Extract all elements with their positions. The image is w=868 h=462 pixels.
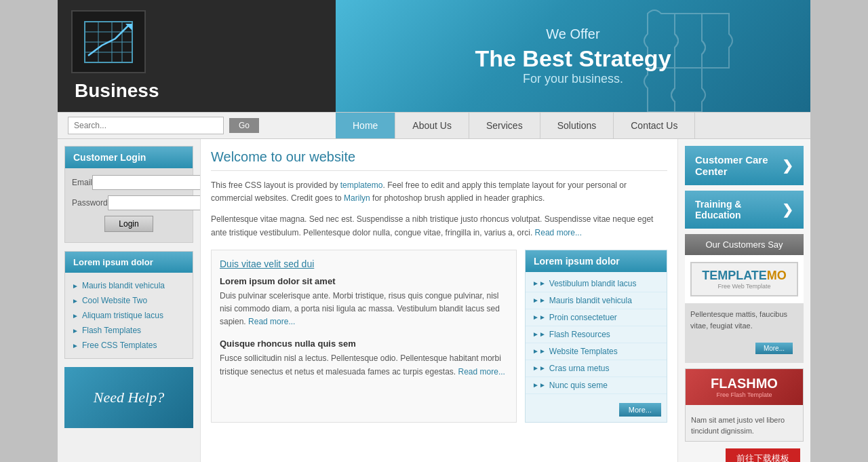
templatemo-logo: TEMPLATEMO Free Web Template bbox=[690, 262, 798, 296]
col-right-more-btn[interactable]: More... bbox=[619, 403, 661, 417]
customer-care-box[interactable]: Customer Care Center ❯ bbox=[685, 146, 804, 185]
col-left-sub1: Lorem ipsum dolor sit amet bbox=[220, 276, 508, 286]
nav-links: Home About Us Services Solutions Contact… bbox=[336, 113, 810, 138]
nav-about[interactable]: About Us bbox=[395, 113, 469, 138]
col-right-title: Lorem ipsum dolor bbox=[526, 250, 667, 272]
login-box: Customer Login Email Password Login bbox=[64, 146, 193, 243]
sidebar-links-list: ►Mauris blandit vehicula ►Cool Website T… bbox=[65, 273, 193, 358]
email-label: Email bbox=[72, 178, 92, 187]
flashmo-section: FLASHMO Free Flash Template Nam sit amet… bbox=[685, 368, 804, 442]
banner-text: We Offer The Best Strategy For your busi… bbox=[475, 26, 671, 86]
col-right-arrow-0: ►► bbox=[532, 280, 546, 287]
customer-care-chevron-icon: ❯ bbox=[782, 157, 793, 174]
intro-text-start: This free CSS layout is provided by bbox=[211, 180, 340, 190]
col-left-sub2: Quisque rhoncus nulla quis sem bbox=[220, 339, 508, 349]
col-right-arrow-3: ►► bbox=[532, 330, 546, 338]
logo-area: Business bbox=[58, 0, 336, 112]
customers-say-title: Our Customers Say bbox=[685, 234, 804, 255]
customers-say-section: Our Customers Say TEMPLATEMO Free Web Te… bbox=[685, 234, 804, 363]
col-right-arrow-6: ►► bbox=[532, 381, 546, 389]
banner-offer: We Offer bbox=[475, 26, 671, 42]
two-col-section: Duis vitae velit sed dui Lorem ipsum dol… bbox=[211, 250, 667, 423]
sidebar-link-4[interactable]: ►Free CSS Templates bbox=[72, 338, 186, 353]
col-right-arrow-1: ►► bbox=[532, 296, 546, 304]
logo-image bbox=[71, 10, 146, 73]
col-right-item-1[interactable]: ►►Mauris blandit vehicula bbox=[526, 292, 667, 309]
arrow-icon-0: ► bbox=[72, 282, 79, 290]
templatemo-text: TEMPLATEMO bbox=[702, 269, 787, 283]
training-box[interactable]: Training & Education ❯ bbox=[685, 191, 804, 229]
login-button[interactable]: Login bbox=[104, 216, 153, 232]
col-left-title[interactable]: Duis vitae velit sed dui bbox=[220, 258, 314, 269]
more-button-1[interactable]: More... bbox=[755, 343, 793, 354]
sidebar-link-0[interactable]: ►Mauris blandit vehicula bbox=[72, 278, 186, 293]
flashmo-sub-text: Free Flash Template bbox=[717, 391, 772, 398]
left-sidebar: Customer Login Email Password Login Lore… bbox=[58, 139, 200, 462]
need-help-box: Need Help? bbox=[64, 367, 193, 428]
col-left-read-more-2[interactable]: Read more... bbox=[458, 367, 505, 377]
nav-solutions[interactable]: Solutions bbox=[540, 113, 614, 138]
arrow-icon-3: ► bbox=[72, 327, 79, 334]
sidebar-links-box: Lorem ipsum dolor ►Mauris blandit vehicu… bbox=[64, 251, 193, 359]
email-input[interactable] bbox=[92, 175, 215, 190]
email-row: Email bbox=[72, 175, 186, 190]
col-right-item-4[interactable]: ►►Website Templates bbox=[526, 343, 667, 360]
training-chevron-icon: ❯ bbox=[782, 201, 793, 218]
arrow-icon-1: ► bbox=[72, 297, 79, 305]
arrow-icon-4: ► bbox=[72, 342, 79, 349]
intro-paragraph: This free CSS layout is provided by temp… bbox=[211, 179, 667, 205]
templatemo-link[interactable]: templatemo bbox=[340, 180, 383, 190]
banner-strategy: The Best Strategy bbox=[475, 45, 671, 72]
sidebar-link-3[interactable]: ►Flash Templates bbox=[72, 323, 186, 338]
banner: We Offer The Best Strategy For your busi… bbox=[336, 0, 810, 112]
flashmo-logo-box: FLASHMO Free Flash Template bbox=[686, 369, 803, 405]
col-left-text2: Fusce sollicitudin nisl a lectus. Pellen… bbox=[220, 352, 508, 378]
template-logo-box: TEMPLATEMO Free Web Template bbox=[685, 255, 804, 303]
right-sidebar: Customer Care Center ❯ Training & Educat… bbox=[678, 139, 810, 462]
col-right-list: ►►Vestibulum blandit lacus ►►Mauris blan… bbox=[526, 272, 667, 398]
nav-home[interactable]: Home bbox=[336, 113, 395, 138]
need-help-text: Need Help? bbox=[94, 389, 164, 406]
login-title: Customer Login bbox=[65, 147, 193, 168]
banner-sub: For your business. bbox=[475, 72, 671, 86]
search-area: Go bbox=[58, 113, 336, 138]
customer-care-text: Customer Care Center bbox=[695, 154, 782, 177]
sidebar-link-2[interactable]: ►Aliquam tristique lacus bbox=[72, 308, 186, 323]
col-right-item-2[interactable]: ►►Proin consectetuer bbox=[526, 309, 667, 326]
sidebar-link-1[interactable]: ►Cool Website Two bbox=[72, 293, 186, 308]
col-right-item-3[interactable]: ►►Flash Resources bbox=[526, 326, 667, 343]
flash-quote: Nam sit amet justo vel libero tincidunt … bbox=[686, 410, 803, 441]
body-paragraph: Pellentesque vitae magna. Sed nec est. S… bbox=[211, 213, 667, 239]
col-left-text1: Duis pulvinar scelerisque ante. Morbi tr… bbox=[220, 290, 508, 329]
read-more-link-1[interactable]: Read more... bbox=[535, 228, 582, 237]
templatemo-sub-text: Free Web Template bbox=[702, 283, 787, 290]
main-content: Welcome to our website This free CSS lay… bbox=[200, 139, 678, 462]
training-text: Training & Education bbox=[695, 199, 782, 220]
marilyn-link[interactable]: Marilyn bbox=[344, 193, 370, 203]
logo-text: Business bbox=[71, 80, 159, 102]
col-left: Duis vitae velit sed dui Lorem ipsum dol… bbox=[211, 250, 517, 423]
nav-bar: Go Home About Us Services Solutions Cont… bbox=[58, 112, 810, 139]
password-row: Password bbox=[72, 195, 186, 210]
col-right: Lorem ipsum dolor ►►Vestibulum blandit l… bbox=[525, 250, 667, 423]
col-right-item-0[interactable]: ►►Vestibulum blandit lacus bbox=[526, 275, 667, 292]
search-input[interactable] bbox=[68, 117, 224, 134]
nav-services[interactable]: Services bbox=[469, 113, 540, 138]
nav-contact[interactable]: Contact Us bbox=[614, 113, 695, 138]
col-right-arrow-2: ►► bbox=[532, 313, 546, 321]
search-button[interactable]: Go bbox=[229, 118, 259, 133]
intro-text-end: for photoshop brush applied in header gr… bbox=[370, 193, 545, 203]
password-label: Password bbox=[72, 198, 108, 208]
login-form: Email Password Login bbox=[65, 168, 193, 242]
col-right-arrow-5: ►► bbox=[532, 364, 546, 372]
arrow-icon-2: ► bbox=[72, 312, 79, 320]
sidebar-links-title: Lorem ipsum dolor bbox=[65, 252, 193, 273]
col-right-item-5[interactable]: ►►Cras urna metus bbox=[526, 360, 667, 377]
flashmo-text: FLASHMO bbox=[711, 376, 778, 391]
col-right-arrow-4: ►► bbox=[532, 347, 546, 355]
welcome-title: Welcome to our website bbox=[211, 149, 667, 171]
col-left-read-more-1[interactable]: Read more... bbox=[248, 317, 295, 326]
col-right-item-6[interactable]: ►►Nunc quis seme bbox=[526, 377, 667, 394]
download-button[interactable]: 前往下载模板 bbox=[726, 448, 800, 463]
customer-quote-1: Pellentesque mattis, faucibus vitae, feu… bbox=[685, 303, 804, 363]
